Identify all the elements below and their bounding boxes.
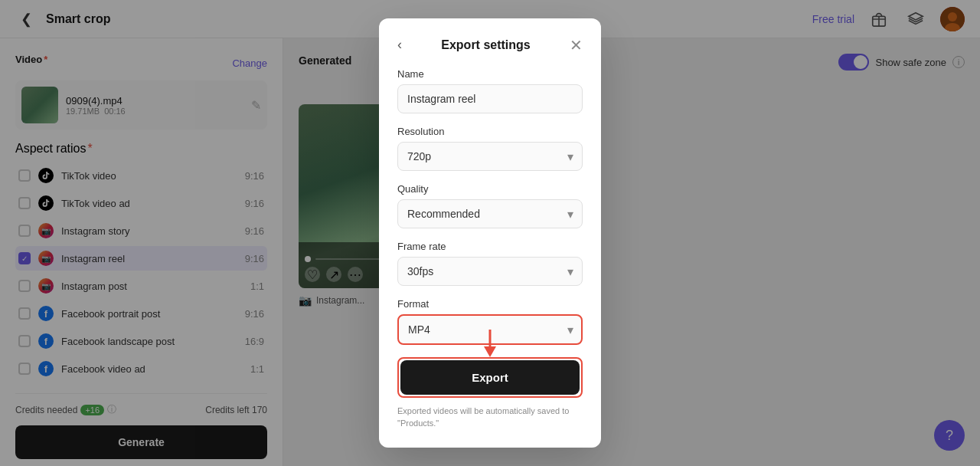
export-note: Exported videos will be automatically sa… [397,405,583,429]
modal-overlay[interactable]: ‹ Export settings ✕ Name Resolution 720p… [0,0,980,466]
export-settings-modal: ‹ Export settings ✕ Name Resolution 720p… [379,18,601,448]
modal-close-button[interactable]: ✕ [570,38,583,53]
name-group: Name [397,68,583,113]
export-border: Export [397,357,583,398]
quality-label: Quality [397,183,583,195]
modal-title: Export settings [441,38,530,52]
name-label: Name [397,68,583,80]
resolution-group: Resolution 720p 1080p 480p [397,126,583,171]
frame-rate-select-wrapper: 30fps 24fps 60fps [397,257,583,286]
export-button[interactable]: Export [400,360,580,395]
frame-rate-select[interactable]: 30fps 24fps 60fps [397,257,583,286]
resolution-select-wrapper: 720p 1080p 480p [397,142,583,171]
frame-rate-label: Frame rate [397,241,583,252]
quality-select-wrapper: Recommended High Medium Low [397,199,583,228]
name-input[interactable] [397,84,583,113]
format-label: Format [397,298,583,310]
modal-header: ‹ Export settings ✕ [397,37,583,53]
resolution-select[interactable]: 720p 1080p 480p [397,142,583,171]
quality-group: Quality Recommended High Medium Low [397,183,583,228]
export-button-wrapper: Export [397,357,583,398]
resolution-label: Resolution [397,126,583,137]
export-arrow-icon [481,330,499,361]
quality-select[interactable]: Recommended High Medium Low [397,199,583,228]
frame-rate-group: Frame rate 30fps 24fps 60fps [397,241,583,286]
modal-back-button[interactable]: ‹ [397,37,402,53]
svg-marker-5 [484,346,496,357]
